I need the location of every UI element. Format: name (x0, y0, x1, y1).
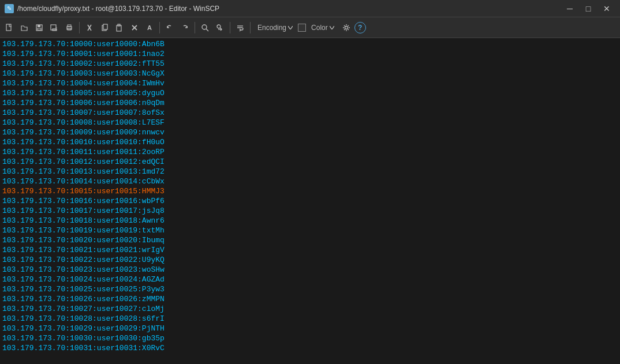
app-icon: ✎ (5, 4, 14, 13)
editor-line: 103.179.173.70:10011:user10011:2ooRP (2, 147, 618, 157)
editor-line: 103.179.173.70:10014:user10014:cCbWx (2, 177, 618, 186)
editor-line: 103.179.173.70:10007:user10007:8ofSx (2, 108, 618, 118)
svg-line-19 (206, 29, 208, 31)
find-replace-button[interactable] (213, 21, 227, 35)
title-bar: ✎ /home/cloudfly/proxy.txt - root@103.17… (0, 0, 620, 17)
close-button[interactable]: ✕ (598, 3, 615, 14)
editor-line: 103.179.173.70:10024:user10024:AGZAd (2, 275, 618, 284)
svg-rect-13 (103, 24, 107, 29)
title-bar-left: ✎ /home/cloudfly/proxy.txt - root@103.17… (5, 4, 219, 13)
copy-button[interactable] (98, 21, 111, 35)
open-file-button[interactable] (17, 21, 31, 35)
encoding-dropdown[interactable]: Encoding (253, 21, 297, 35)
cut-button[interactable] (83, 21, 96, 35)
print-button[interactable] (62, 21, 76, 35)
editor-line: 103.179.173.70:10023:user10023:woSHw (2, 265, 618, 275)
svg-text:+: + (55, 25, 58, 29)
editor-line: 103.179.173.70:10022:user10022:U9yKQ (2, 255, 618, 265)
svg-point-20 (217, 25, 221, 28)
editor-line: 103.179.173.70:10020:user10020:Ibumq (2, 235, 618, 245)
svg-rect-2 (38, 25, 40, 27)
editor-content[interactable]: 103.179.173.70:10000:user10000:Abn6B103.… (0, 38, 620, 364)
minimize-button[interactable]: ─ (561, 3, 578, 14)
editor-line: 103.179.173.70:10009:user10009:nnwcv (2, 127, 618, 137)
color-dropdown[interactable]: Color (307, 21, 338, 35)
paste-button[interactable] (113, 21, 126, 35)
separator-1 (79, 22, 80, 33)
editor-line: 103.179.173.70:10021:user10021:wrIgV (2, 245, 618, 255)
wordwrap-button[interactable] (233, 21, 247, 35)
delete-button[interactable] (128, 21, 141, 35)
encoding-chevron-icon (288, 26, 293, 29)
editor-line: 103.179.173.70:10001:user10001:1nao2 (2, 49, 618, 59)
maximize-button[interactable]: □ (580, 3, 597, 14)
color-label: Color (311, 24, 328, 32)
separator-4 (230, 22, 230, 33)
svg-point-18 (202, 25, 207, 29)
editor-container: 103.179.173.70:10000:user10000:Abn6B103.… (0, 38, 620, 364)
editor-line: 103.179.173.70:10004:user10004:IWmHv (2, 78, 618, 88)
redo-button[interactable] (178, 21, 192, 35)
editor-line: 103.179.173.70:10029:user10029:PjNTH (2, 324, 618, 333)
separator-5 (250, 22, 251, 33)
editor-line: 103.179.173.70:10000:user10000:Abn6B (2, 39, 618, 49)
svg-rect-8 (68, 25, 71, 27)
editor-line: 103.179.173.70:10027:user10027:cloMj (2, 304, 618, 314)
svg-rect-3 (38, 28, 41, 30)
svg-rect-0 (6, 24, 11, 31)
editor-line: 103.179.173.70:10006:user10006:n0qDm (2, 98, 618, 108)
settings-button[interactable] (339, 21, 353, 35)
find-button[interactable] (198, 21, 212, 35)
separator-3 (195, 22, 195, 33)
color-checkbox[interactable] (298, 24, 306, 32)
editor-line: 103.179.173.70:10002:user10002:fTT55 (2, 59, 618, 69)
editor-line: 103.179.173.70:10031:user10031:X0RvC (2, 343, 618, 353)
editor-line: 103.179.173.70:10005:user10005:dyguO (2, 88, 618, 98)
editor-line: 103.179.173.70:10015:user10015:HMMJ3 (2, 186, 618, 196)
editor-line: 103.179.173.70:10013:user10013:1md72 (2, 167, 618, 177)
editor-line: 103.179.173.70:10008:user10008:L7ESF (2, 118, 618, 127)
editor-line: 103.179.173.70:10018:user10018:Awnr6 (2, 216, 618, 226)
editor-line: 103.179.173.70:10017:user10017:jsJq8 (2, 206, 618, 216)
help-button[interactable]: ? (354, 22, 366, 33)
editor-line: 103.179.173.70:10028:user10028:s6frI (2, 314, 618, 324)
window-controls: ─ □ ✕ (561, 3, 615, 14)
color-chevron-icon (330, 26, 334, 29)
editor-line: 103.179.173.70:10016:user10016:wbPf6 (2, 196, 618, 206)
window-title: /home/cloudfly/proxy.txt - root@103.179.… (17, 5, 219, 13)
new-file-button[interactable] (2, 21, 16, 35)
save-button[interactable] (32, 21, 46, 35)
editor-line: 103.179.173.70:10026:user10026:zMMPN (2, 294, 618, 304)
rename-button[interactable]: A (143, 21, 156, 35)
toolbar: + A Encoding Col (0, 17, 620, 38)
separator-2 (159, 22, 160, 33)
gear-icon (342, 24, 350, 32)
editor-line: 103.179.173.70:10019:user10019:txtMh (2, 226, 618, 235)
undo-button[interactable] (163, 21, 177, 35)
svg-point-23 (345, 26, 348, 29)
editor-line: 103.179.173.70:10012:user10012:edQCI (2, 157, 618, 167)
editor-line: 103.179.173.70:10025:user10025:P3yw3 (2, 284, 618, 294)
editor-line: 103.179.173.70:10010:user10010:fH0uO (2, 137, 618, 147)
encoding-label: Encoding (257, 24, 286, 32)
save-as-button[interactable]: + (47, 21, 61, 35)
editor-line: 103.179.173.70:10003:user10003:NcGgX (2, 69, 618, 78)
editor-line: 103.179.173.70:10030:user10030:gb35p (2, 333, 618, 343)
